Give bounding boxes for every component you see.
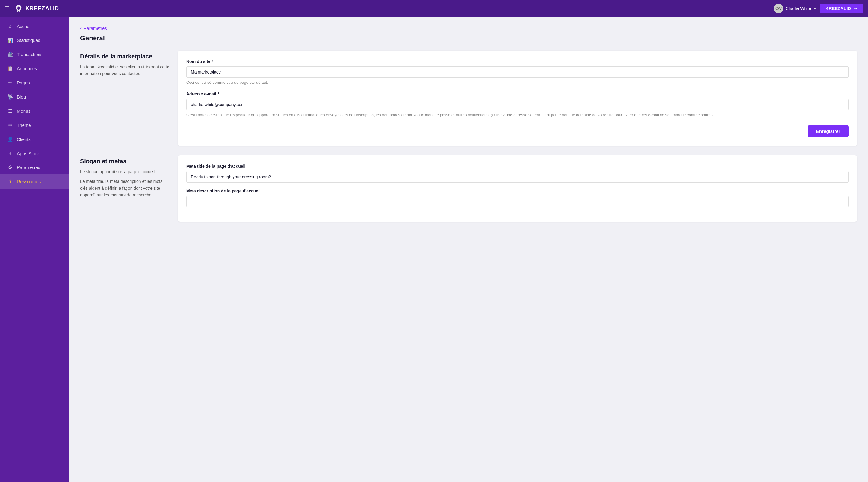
sidebar: ⌂ Accueil 📊 Statistiques 🏦 Transactions … xyxy=(0,17,69,482)
pages-icon: ✏ xyxy=(7,80,13,86)
clients-icon: 👤 xyxy=(7,136,13,142)
label-site-name: Nom du site * xyxy=(186,59,849,64)
sidebar-item-parametres[interactable]: ⚙ Paramètres xyxy=(0,160,69,174)
sidebar-label-parametres: Paramètres xyxy=(17,165,40,170)
section-form-marketplace: Nom du site * Ceci est utilisé comme tit… xyxy=(178,51,857,146)
sidebar-item-transactions[interactable]: 🏦 Transactions xyxy=(0,47,69,61)
section-description-marketplace: La team Kreezalid et vos clients utilise… xyxy=(80,64,170,77)
menu-icon[interactable]: ☰ xyxy=(5,5,10,12)
section-marketplace: Détails de la marketplace La team Kreeza… xyxy=(80,51,857,146)
section-form-slogan: Meta title de la page d'accueil Meta des… xyxy=(178,155,857,222)
topbar-logo: KREEZALID xyxy=(14,4,59,13)
form-actions-marketplace: Enregistrer xyxy=(186,125,849,137)
sidebar-label-accueil: Accueil xyxy=(17,24,31,29)
input-email[interactable] xyxy=(186,99,849,110)
site-button[interactable]: KREEZALID → xyxy=(820,4,863,13)
caret-down-icon: ▼ xyxy=(813,7,816,10)
sidebar-label-transactions: Transactions xyxy=(17,52,42,57)
sidebar-item-clients[interactable]: 👤 Clients xyxy=(0,132,69,147)
hint-email: C'est l'adresse e-mail de l'expéditeur q… xyxy=(186,112,849,118)
label-meta-description: Meta description de la page d'accueil xyxy=(186,189,849,193)
input-site-name[interactable] xyxy=(186,66,849,78)
topbar-right: CW Charlie White ▼ KREEZALID → xyxy=(774,4,863,13)
sidebar-item-apps-store[interactable]: + Apps Store xyxy=(0,147,69,160)
site-button-label: KREEZALID xyxy=(826,6,851,11)
sidebar-label-ressources: Ressources xyxy=(17,179,41,184)
sidebar-label-annonces: Annonces xyxy=(17,66,37,71)
sidebar-item-menus[interactable]: ☰ Menus xyxy=(0,104,69,118)
main-content: ‹ Paramètres Général Détails de la marke… xyxy=(69,17,868,482)
blog-icon: 📡 xyxy=(7,94,13,100)
section-heading-slogan: Slogan et metas xyxy=(80,158,170,165)
sidebar-item-blog[interactable]: 📡 Blog xyxy=(0,90,69,104)
sidebar-label-statistiques: Statistiques xyxy=(17,38,40,43)
breadcrumb-label: Paramètres xyxy=(84,26,107,31)
user-name: Charlie White xyxy=(786,6,811,11)
topbar-left: ☰ KREEZALID xyxy=(5,4,59,13)
section-desc-p2: Le meta title, la meta description et le… xyxy=(80,178,170,198)
breadcrumb-arrow-icon: ‹ xyxy=(80,25,82,31)
parametres-icon: ⚙ xyxy=(7,164,13,170)
user-menu[interactable]: CW Charlie White ▼ xyxy=(774,4,816,13)
site-button-arrow: → xyxy=(854,6,858,11)
sidebar-label-blog: Blog xyxy=(17,94,26,99)
sidebar-label-apps: Apps Store xyxy=(17,151,39,156)
logo-icon xyxy=(14,4,23,13)
section-desc-p1: Le slogan apparaît sur la page d'accueil… xyxy=(80,168,170,175)
section-heading-marketplace: Détails de la marketplace xyxy=(80,53,170,60)
form-group-site-name: Nom du site * Ceci est utilisé comme tit… xyxy=(186,59,849,86)
form-group-meta-description: Meta description de la page d'accueil xyxy=(186,189,849,207)
sidebar-item-accueil[interactable]: ⌂ Accueil xyxy=(0,19,69,33)
sidebar-label-theme: Thème xyxy=(17,123,31,128)
sidebar-item-statistiques[interactable]: 📊 Statistiques xyxy=(0,33,69,47)
form-group-meta-title: Meta title de la page d'accueil xyxy=(186,164,849,183)
topbar: ☰ KREEZALID CW Charlie White ▼ KREEZALID… xyxy=(0,0,868,17)
sidebar-item-theme[interactable]: ✏ Thème xyxy=(0,118,69,132)
layout: ⌂ Accueil 📊 Statistiques 🏦 Transactions … xyxy=(0,17,868,482)
hint-site-name: Ceci est utilisé comme titre de page par… xyxy=(186,79,849,86)
save-button[interactable]: Enregistrer xyxy=(808,125,849,137)
section-slogan: Slogan et metas Le slogan apparaît sur l… xyxy=(80,155,857,222)
ressources-icon: ℹ xyxy=(7,179,13,184)
transactions-icon: 🏦 xyxy=(7,52,13,57)
logo-text: KREEZALID xyxy=(25,5,59,12)
page-title: Général xyxy=(80,34,857,42)
label-meta-title: Meta title de la page d'accueil xyxy=(186,164,849,169)
section-desc-slogan: Slogan et metas Le slogan apparaît sur l… xyxy=(80,155,170,222)
form-group-email: Adresse e-mail * C'est l'adresse e-mail … xyxy=(186,92,849,118)
theme-icon: ✏ xyxy=(7,122,13,128)
input-meta-title[interactable] xyxy=(186,171,849,183)
apps-icon: + xyxy=(7,151,13,156)
section-desc-marketplace: Détails de la marketplace La team Kreeza… xyxy=(80,51,170,146)
annonces-icon: 📋 xyxy=(7,66,13,71)
breadcrumb[interactable]: ‹ Paramètres xyxy=(80,25,857,31)
sidebar-item-ressources[interactable]: ℹ Ressources xyxy=(0,174,69,189)
home-icon: ⌂ xyxy=(7,24,13,29)
stats-icon: 📊 xyxy=(7,37,13,43)
input-meta-description[interactable] xyxy=(186,196,849,207)
sidebar-label-clients: Clients xyxy=(17,137,31,142)
sidebar-item-annonces[interactable]: 📋 Annonces xyxy=(0,61,69,75)
label-email: Adresse e-mail * xyxy=(186,92,849,96)
sidebar-item-pages[interactable]: ✏ Pages xyxy=(0,75,69,90)
avatar: CW xyxy=(774,4,783,13)
sidebar-label-pages: Pages xyxy=(17,80,30,85)
sidebar-label-menus: Menus xyxy=(17,108,30,114)
menus-icon: ☰ xyxy=(7,108,13,114)
